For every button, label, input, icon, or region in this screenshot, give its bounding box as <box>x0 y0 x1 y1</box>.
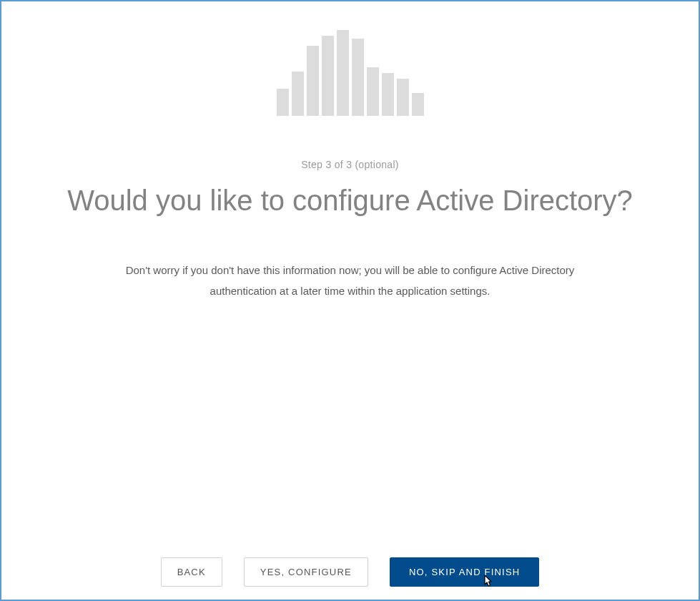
yes-configure-button[interactable]: Yes, Configure <box>244 557 368 587</box>
wizard-button-row: Back Yes, Configure No, Skip and Finish <box>1 557 699 587</box>
logo-bar <box>337 30 349 116</box>
logo-bar <box>412 93 424 116</box>
logo-bar <box>277 89 289 116</box>
logo-bar <box>397 79 409 116</box>
logo-bar <box>382 73 394 116</box>
logo-bar <box>322 36 334 116</box>
page-description: Don't worry if you don't have this infor… <box>79 260 622 301</box>
logo-bar <box>307 46 319 116</box>
logo-bars-icon <box>277 30 424 116</box>
back-button[interactable]: Back <box>161 557 222 587</box>
logo-bar <box>367 67 379 116</box>
logo-bar <box>292 72 304 116</box>
step-indicator: Step 3 of 3 (optional) <box>301 159 399 170</box>
no-skip-finish-button[interactable]: No, Skip and Finish <box>390 557 539 587</box>
page-title: Would you like to configure Active Direc… <box>60 183 640 218</box>
logo-bar <box>352 39 364 116</box>
setup-wizard-step: Step 3 of 3 (optional) Would you like to… <box>1 1 699 600</box>
